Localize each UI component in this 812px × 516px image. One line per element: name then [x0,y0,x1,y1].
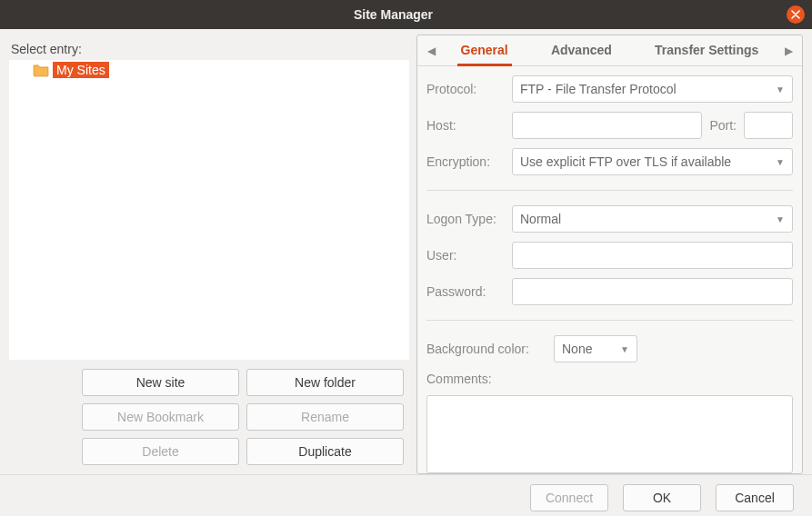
user-input[interactable] [512,242,793,269]
tab-advanced[interactable]: Advanced [547,35,616,65]
site-buttons: New site New folder New Bookmark Rename … [9,360,409,474]
ok-button[interactable]: OK [623,484,701,511]
chevron-down-icon: ▼ [776,214,785,224]
host-label: Host: [426,118,505,133]
new-bookmark-button: New Bookmark [82,403,239,431]
cancel-button[interactable]: Cancel [716,484,794,511]
duplicate-button[interactable]: Duplicate [246,438,404,465]
port-label: Port: [709,118,737,133]
bgcolor-value: None [562,342,592,356]
port-input[interactable] [744,112,793,139]
window-title: Site Manager [0,7,787,22]
bgcolor-select[interactable]: None ▼ [554,335,637,362]
bgcolor-label: Background color: [426,342,546,356]
password-input[interactable] [512,278,793,305]
encryption-label: Encryption: [426,154,505,169]
logon-type-select[interactable]: Normal ▼ [512,205,793,233]
select-entry-label: Select entry: [9,35,409,60]
tab-transfer-settings[interactable]: Transfer Settings [651,35,762,65]
encryption-value: Use explicit FTP over TLS if available [520,154,731,169]
chevron-down-icon: ▼ [776,157,785,167]
tab-general[interactable]: General [457,35,512,66]
user-label: User: [426,248,505,263]
new-folder-button[interactable]: New folder [246,369,404,396]
protocol-value: FTP - File Transfer Protocol [520,82,677,96]
close-icon[interactable] [787,5,805,24]
host-input[interactable] [512,112,702,139]
tree-root-my-sites[interactable]: My Sites [9,60,113,80]
logon-type-label: Logon Type: [426,212,505,226]
dialog-footer: Connect OK Cancel [0,474,812,516]
rename-button: Rename [246,403,404,431]
comments-textarea[interactable] [426,395,793,473]
tab-bar: ◀ General Advanced Transfer Settings ▶ [417,35,802,66]
delete-button: Delete [82,438,239,465]
chevron-down-icon: ▼ [776,84,785,94]
connect-button: Connect [530,484,608,511]
protocol-label: Protocol: [426,82,505,96]
encryption-select[interactable]: Use explicit FTP over TLS if available ▼ [512,148,793,175]
password-label: Password: [426,284,505,299]
folder-icon [33,62,49,78]
tree-root-label: My Sites [53,62,109,78]
tab-scroll-left-icon[interactable]: ◀ [423,45,439,57]
site-tree[interactable]: My Sites [9,60,409,360]
new-site-button[interactable]: New site [82,369,239,396]
window-titlebar: Site Manager [0,0,812,29]
logon-type-value: Normal [520,212,561,226]
separator [426,320,793,321]
tab-scroll-right-icon[interactable]: ▶ [780,45,797,57]
chevron-down-icon: ▼ [620,344,629,354]
comments-label: Comments: [426,372,793,386]
separator [426,190,793,191]
protocol-select[interactable]: FTP - File Transfer Protocol ▼ [512,75,793,103]
